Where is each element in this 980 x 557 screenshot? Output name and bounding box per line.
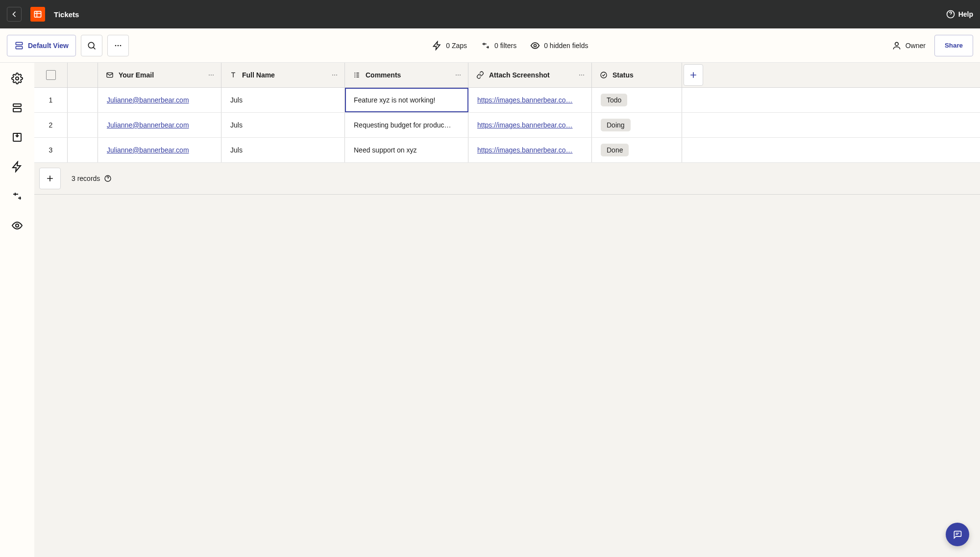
email-link[interactable]: Julianne@bannerbear.com — [107, 146, 189, 154]
cell-full-name[interactable]: Juls — [221, 113, 345, 137]
cell-full-name[interactable]: Juls — [221, 138, 345, 162]
svg-rect-0 — [34, 11, 41, 17]
eye-icon — [11, 220, 23, 231]
column-label: Status — [612, 71, 634, 79]
email-link[interactable]: Julianne@bannerbear.com — [107, 121, 189, 129]
svg-point-14 — [16, 224, 19, 227]
sidebar-visibility[interactable] — [11, 220, 23, 231]
records-count-label: 3 records — [72, 175, 100, 182]
svg-point-23 — [458, 75, 459, 76]
cell-status[interactable]: Doing — [592, 113, 682, 137]
table-icon — [33, 9, 43, 19]
row-number[interactable]: 2 — [34, 113, 68, 137]
search-button[interactable] — [81, 35, 102, 56]
column-email[interactable]: Your Email — [98, 63, 221, 87]
cell-full-name[interactable]: Juls — [221, 88, 345, 112]
svg-point-5 — [115, 45, 117, 46]
svg-point-8 — [534, 44, 537, 47]
add-record-button[interactable] — [39, 168, 61, 189]
table-header: Your Email Full Name Comments Attach Scr… — [34, 63, 980, 88]
column-menu[interactable] — [578, 71, 586, 79]
table-row: 3 Julianne@bannerbear.com Juls Need supp… — [34, 138, 980, 163]
svg-point-24 — [460, 75, 461, 76]
column-menu[interactable] — [207, 71, 215, 79]
help-button[interactable]: Help — [946, 9, 973, 19]
owner-label: Owner — [906, 42, 926, 50]
sidebar-insert[interactable] — [11, 131, 23, 143]
status-badge: Done — [601, 144, 629, 156]
zap-icon — [11, 161, 23, 173]
table-body: 1 Julianne@bannerbear.com Juls Feature x… — [34, 88, 980, 163]
cell-email[interactable]: Julianne@bannerbear.com — [98, 113, 221, 137]
table-row: 2 Julianne@bannerbear.com Juls Requestin… — [34, 113, 980, 138]
attach-link[interactable]: https://images.bannerbear.co… — [477, 96, 573, 104]
column-comments[interactable]: Comments — [345, 63, 468, 87]
svg-point-17 — [211, 75, 212, 76]
column-label: Your Email — [119, 71, 154, 79]
cell-comments[interactable]: Feature xyz is not working! — [345, 88, 468, 112]
column-full-name[interactable]: Full Name — [221, 63, 345, 87]
gear-icon — [11, 73, 23, 84]
svg-rect-11 — [13, 104, 21, 106]
row-number[interactable]: 1 — [34, 88, 68, 112]
sidebar-automations[interactable] — [11, 161, 23, 173]
owner-button[interactable]: Owner — [892, 41, 926, 51]
email-link[interactable]: Julianne@bannerbear.com — [107, 96, 189, 104]
column-status[interactable]: Status — [592, 63, 682, 87]
toolbar-center: 0 Zaps 0 filters 0 hidden fields — [134, 41, 887, 51]
sidebar-sliders[interactable] — [11, 190, 23, 202]
row-handle[interactable] — [68, 138, 98, 162]
cell-comments[interactable]: Requesting budget for produc… — [345, 113, 468, 137]
plus-icon — [688, 70, 698, 80]
content: Your Email Full Name Comments Attach Scr… — [34, 63, 980, 557]
share-button[interactable]: Share — [934, 35, 973, 56]
chat-icon — [953, 530, 962, 539]
chat-button[interactable] — [946, 523, 969, 546]
zaps-button[interactable]: 0 Zaps — [432, 41, 467, 51]
status-badge: Todo — [601, 94, 627, 106]
column-label: Attach Screenshot — [489, 71, 550, 79]
view-icon — [14, 41, 24, 51]
arrow-left-icon — [9, 9, 19, 19]
sidebar-settings[interactable] — [11, 73, 23, 84]
svg-point-21 — [336, 75, 337, 76]
more-button[interactable] — [107, 35, 129, 56]
column-menu[interactable] — [331, 71, 339, 79]
dots-icon — [113, 41, 123, 51]
row-handle[interactable] — [68, 88, 98, 112]
cell-comments[interactable]: Need support on xyz — [345, 138, 468, 162]
filter-icon — [481, 41, 490, 51]
svg-point-6 — [118, 45, 119, 46]
status-badge: Doing — [601, 119, 631, 131]
filters-button[interactable]: 0 filters — [481, 41, 516, 51]
default-view-button[interactable]: Default View — [7, 35, 76, 56]
column-menu[interactable] — [454, 71, 462, 79]
help-icon — [946, 9, 956, 19]
sidebar-views[interactable] — [11, 102, 23, 114]
row-handle[interactable] — [68, 113, 98, 137]
svg-point-27 — [583, 75, 584, 76]
cell-email[interactable]: Julianne@bannerbear.com — [98, 138, 221, 162]
cell-status[interactable]: Todo — [592, 88, 682, 112]
svg-point-9 — [895, 42, 898, 46]
app-header: Tickets Help — [0, 0, 980, 28]
back-button[interactable] — [7, 7, 22, 22]
svg-point-26 — [581, 75, 582, 76]
add-column-button[interactable] — [684, 64, 703, 86]
longtext-icon — [353, 71, 361, 79]
attach-link[interactable]: https://images.bannerbear.co… — [477, 121, 573, 129]
sidebar — [0, 63, 34, 557]
cell-attach[interactable]: https://images.bannerbear.co… — [468, 138, 592, 162]
help-icon[interactable] — [104, 175, 112, 182]
text-icon — [229, 71, 237, 79]
sliders-icon — [11, 190, 23, 202]
hidden-fields-button[interactable]: 0 hidden fields — [530, 41, 588, 51]
cell-attach[interactable]: https://images.bannerbear.co… — [468, 113, 592, 137]
attach-link[interactable]: https://images.bannerbear.co… — [477, 146, 573, 154]
row-number[interactable]: 3 — [34, 138, 68, 162]
cell-email[interactable]: Julianne@bannerbear.com — [98, 88, 221, 112]
cell-status[interactable]: Done — [592, 138, 682, 162]
column-attach[interactable]: Attach Screenshot — [468, 63, 592, 87]
cell-attach[interactable]: https://images.bannerbear.co… — [468, 88, 592, 112]
select-all-header[interactable] — [34, 63, 68, 87]
